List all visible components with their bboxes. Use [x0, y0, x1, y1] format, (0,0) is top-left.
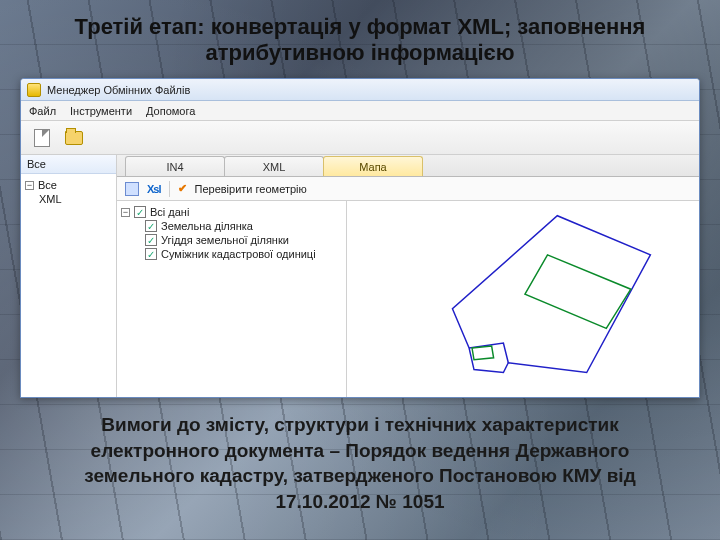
left-panel: Все − Все XML — [21, 155, 117, 397]
layer-root[interactable]: − ✓ Всі дані — [121, 205, 342, 219]
checkbox[interactable]: ✓ — [134, 206, 146, 218]
tab-xml[interactable]: XML — [224, 156, 324, 176]
left-panel-header: Все — [21, 155, 116, 174]
checkbox[interactable]: ✓ — [145, 220, 157, 232]
xml-icon[interactable]: Xsl — [147, 183, 161, 195]
map-svg — [347, 201, 699, 397]
folder-open-icon — [65, 131, 83, 145]
open-button[interactable] — [61, 125, 87, 151]
tab-map[interactable]: Мапа — [323, 156, 423, 176]
layer-label: Суміжник кадастрової одиниці — [161, 248, 316, 260]
window-title: Менеджер Обмінних Файлів — [47, 84, 190, 96]
checkbox[interactable]: ✓ — [145, 248, 157, 260]
layer-item-landuse[interactable]: ✓ Угіддя земельної ділянки — [121, 233, 342, 247]
file-tree: − Все XML — [21, 174, 116, 210]
window-titlebar: Менеджер Обмінних Файлів — [21, 79, 699, 101]
validate-geometry-button[interactable]: Перевірити геометрію — [195, 183, 307, 195]
slide-footer: Вимоги до змісту, структури і технічних … — [36, 412, 684, 515]
right-area: IN4 XML Мапа Xsl ✔ Перевірити геометрію … — [117, 155, 699, 397]
landuse-polygon-small — [472, 346, 494, 360]
map-toolbar: Xsl ✔ Перевірити геометрію — [117, 177, 699, 201]
tab-strip: IN4 XML Мапа — [117, 155, 699, 177]
slide-title: Третій етап: конвертація у формат XML; з… — [0, 0, 720, 72]
app-icon — [27, 83, 41, 97]
tree-root-node[interactable]: − Все — [25, 178, 112, 192]
layer-item-parcel[interactable]: ✓ Земельна ділянка — [121, 219, 342, 233]
app-window: Менеджер Обмінних Файлів Файл Інструмент… — [20, 78, 700, 398]
tree-root-label: Все — [38, 179, 57, 191]
menubar: Файл Інструменти Допомога — [21, 101, 699, 121]
content-split: − ✓ Всі дані ✓ Земельна ділянка ✓ Угіддя… — [117, 201, 699, 397]
expand-icon: − — [25, 181, 34, 190]
main-toolbar — [21, 121, 699, 155]
separator — [169, 181, 170, 197]
tree-node-label: XML — [39, 193, 62, 205]
menu-help[interactable]: Допомога — [146, 105, 195, 117]
slide-root: Третій етап: конвертація у формат XML; з… — [0, 0, 720, 540]
document-icon — [34, 129, 50, 147]
tab-in4[interactable]: IN4 — [125, 156, 225, 176]
check-icon: ✔ — [178, 182, 187, 195]
checkbox[interactable]: ✓ — [145, 234, 157, 246]
new-button[interactable] — [29, 125, 55, 151]
parcel-boundary — [452, 216, 650, 373]
expand-icon: − — [121, 208, 130, 217]
menu-file[interactable]: Файл — [29, 105, 56, 117]
tree-node-xml[interactable]: XML — [25, 192, 112, 206]
layers-icon[interactable] — [125, 182, 139, 196]
menu-tools[interactable]: Інструменти — [70, 105, 132, 117]
layer-item-neighbor[interactable]: ✓ Суміжник кадастрової одиниці — [121, 247, 342, 261]
layer-label: Земельна ділянка — [161, 220, 253, 232]
map-canvas[interactable] — [347, 201, 699, 397]
main-area: Все − Все XML IN4 XML Мапа — [21, 155, 699, 397]
layer-label: Угіддя земельної ділянки — [161, 234, 289, 246]
layer-root-label: Всі дані — [150, 206, 189, 218]
layer-panel: − ✓ Всі дані ✓ Земельна ділянка ✓ Угіддя… — [117, 201, 347, 397]
landuse-polygon — [525, 255, 631, 329]
